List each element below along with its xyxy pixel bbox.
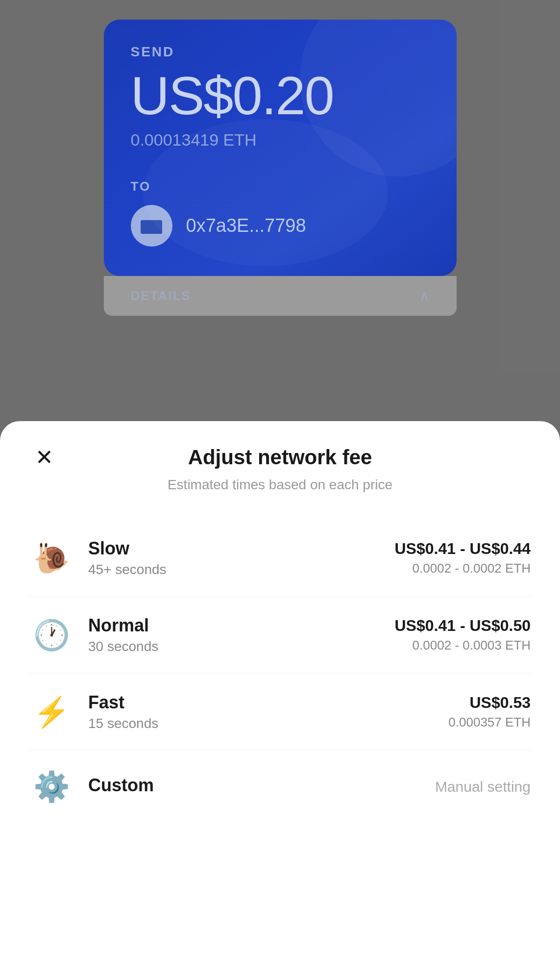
slow-time: 45+ seconds (88, 562, 395, 578)
sheet-title: Adjust network fee (188, 446, 372, 469)
wallet-icon (141, 217, 162, 235)
custom-manual: Manual setting (435, 779, 531, 795)
normal-name: Normal (88, 615, 395, 636)
send-label: SEND (131, 44, 430, 60)
svg-rect-1 (141, 220, 162, 234)
fast-name: Fast (88, 692, 448, 713)
details-label: DETAILS (131, 288, 191, 303)
slow-eth: 0.0002 - 0.0002 ETH (395, 561, 531, 576)
fast-usd: US$0.53 (448, 694, 531, 712)
fee-option-normal[interactable]: 🕐 Normal 30 seconds US$0.41 - US$0.50 0.… (29, 597, 531, 674)
recipient-row: 0x7a3E...7798 (131, 205, 430, 247)
slow-name: Slow (88, 538, 395, 559)
send-card: SEND US$0.20 0.00013419 ETH TO 0x7a3E...… (104, 20, 457, 276)
send-amount-usd: US$0.20 (131, 69, 430, 123)
fast-time: 15 seconds (88, 716, 448, 731)
normal-eth: 0.0002 - 0.0003 ETH (395, 638, 531, 653)
custom-name: Custom (88, 775, 435, 796)
fast-info: Fast 15 seconds (88, 692, 448, 731)
bottom-sheet: ✕ Adjust network fee Estimated times bas… (0, 421, 560, 980)
close-button[interactable]: ✕ (29, 443, 59, 472)
fast-eth: 0.000357 ETH (448, 715, 531, 730)
custom-icon: ⚙️ (29, 769, 73, 804)
fee-option-slow[interactable]: 🐌 Slow 45+ seconds US$0.41 - US$0.44 0.0… (29, 520, 531, 597)
normal-info: Normal 30 seconds (88, 615, 395, 654)
svg-rect-3 (154, 225, 160, 230)
recipient-icon (131, 205, 172, 247)
custom-price: Manual setting (435, 779, 531, 795)
normal-icon: 🕐 (29, 618, 73, 653)
details-bar[interactable]: DETAILS ∧ (104, 276, 457, 316)
close-icon: ✕ (35, 447, 53, 468)
slow-usd: US$0.41 - US$0.44 (395, 540, 531, 558)
slow-info: Slow 45+ seconds (88, 538, 395, 578)
to-label: TO (131, 179, 430, 194)
fast-price: US$0.53 0.000357 ETH (448, 694, 531, 730)
custom-info: Custom (88, 775, 435, 799)
sheet-header: ✕ Adjust network fee (29, 446, 531, 469)
fast-icon: ⚡ (29, 695, 73, 729)
normal-time: 30 seconds (88, 639, 395, 654)
slow-price: US$0.41 - US$0.44 0.0002 - 0.0002 ETH (395, 540, 531, 576)
fee-option-fast[interactable]: ⚡ Fast 15 seconds US$0.53 0.000357 ETH (29, 674, 531, 751)
fee-option-custom[interactable]: ⚙️ Custom Manual setting (29, 751, 531, 823)
normal-usd: US$0.41 - US$0.50 (395, 617, 531, 635)
sheet-subtitle: Estimated times based on each price (29, 477, 531, 493)
normal-price: US$0.41 - US$0.50 0.0002 - 0.0003 ETH (395, 617, 531, 653)
slow-icon: 🐌 (29, 541, 73, 576)
recipient-address: 0x7a3E...7798 (186, 215, 306, 236)
send-amount-eth: 0.00013419 ETH (131, 130, 430, 150)
chevron-up-icon: ∧ (419, 288, 430, 304)
svg-point-4 (156, 226, 159, 228)
